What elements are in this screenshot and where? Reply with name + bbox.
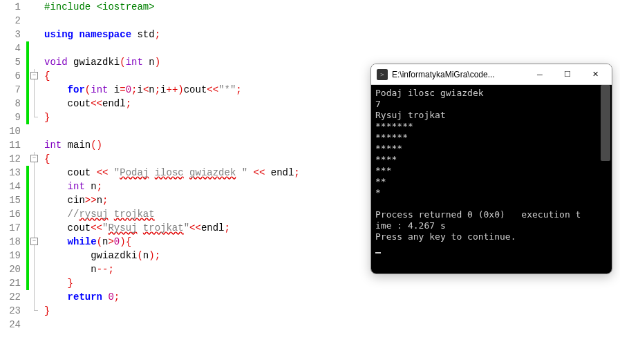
line-number: 1 (0, 0, 21, 14)
change-marker (26, 97, 29, 111)
console-titlebar[interactable]: ＞ E:\informatykaMiGra\code... ─ ☐ ✕ (371, 64, 612, 85)
maximize-button[interactable]: ☐ (554, 65, 581, 84)
line-number: 12 (0, 152, 21, 166)
line-number: 21 (0, 276, 21, 290)
fold-toggle[interactable] (30, 72, 38, 79)
change-marker (26, 41, 29, 55)
change-marker (26, 111, 29, 124)
line-number: 22 (0, 290, 21, 304)
margin-row (26, 290, 40, 304)
console-output[interactable]: Podaj ilosc gwiazdek 7 Rysuj trojkat ***… (371, 85, 612, 274)
margin-row (26, 97, 40, 111)
line-number: 23 (0, 304, 21, 318)
margin-row (26, 0, 40, 14)
margin-row (26, 14, 40, 28)
margin-row (26, 304, 40, 318)
console-scrollbar[interactable] (601, 85, 610, 161)
line-number: 19 (0, 249, 21, 262)
margin-row (26, 55, 40, 69)
line-number: 9 (0, 111, 21, 124)
margin-row (26, 193, 40, 207)
minimize-button[interactable]: ─ (526, 65, 554, 84)
change-marker (26, 69, 29, 83)
change-marker (26, 207, 29, 221)
line-number: 3 (0, 28, 21, 41)
change-marker (26, 166, 29, 180)
change-marker (26, 249, 29, 262)
line-number: 17 (0, 221, 21, 235)
line-number: 13 (0, 166, 21, 180)
fold-margin (26, 0, 40, 332)
code-line[interactable]: using namespace std; (44, 28, 620, 41)
line-number: 14 (0, 180, 21, 193)
code-line[interactable]: } (44, 276, 620, 290)
line-number: 5 (0, 55, 21, 69)
line-number-gutter: 123456789101112131415161718192021222324 (0, 0, 26, 332)
line-number: 15 (0, 193, 21, 207)
margin-row (26, 249, 40, 262)
margin-row (26, 152, 40, 166)
margin-row (26, 111, 40, 124)
margin-row (26, 221, 40, 235)
change-marker (26, 55, 29, 69)
close-button[interactable]: ✕ (581, 65, 609, 84)
margin-row (26, 124, 40, 138)
fold-toggle[interactable] (30, 238, 38, 245)
margin-row (26, 69, 40, 83)
margin-row (26, 318, 40, 332)
line-number: 24 (0, 318, 21, 332)
line-number: 2 (0, 14, 21, 28)
line-number: 8 (0, 97, 21, 111)
margin-row (26, 262, 40, 276)
margin-row (26, 138, 40, 152)
margin-row (26, 28, 40, 41)
code-line[interactable]: #include <iostream> (44, 0, 620, 14)
margin-row (26, 180, 40, 193)
code-line[interactable] (44, 41, 620, 55)
console-window[interactable]: ＞ E:\informatykaMiGra\code... ─ ☐ ✕ Poda… (370, 64, 612, 274)
line-number: 10 (0, 124, 21, 138)
margin-row (26, 41, 40, 55)
terminal-cursor (375, 252, 381, 253)
line-number: 16 (0, 207, 21, 221)
code-line[interactable] (44, 14, 620, 28)
console-icon: ＞ (377, 69, 388, 80)
line-number: 4 (0, 41, 21, 55)
change-marker (26, 221, 29, 235)
line-number: 20 (0, 262, 21, 276)
margin-row (26, 166, 40, 180)
line-number: 18 (0, 235, 21, 249)
code-line[interactable]: return 0; (44, 290, 620, 304)
fold-toggle[interactable] (30, 155, 38, 162)
line-number: 7 (0, 83, 21, 97)
line-number: 6 (0, 69, 21, 83)
change-marker (26, 262, 29, 276)
margin-row (26, 207, 40, 221)
change-marker (26, 180, 29, 193)
margin-row (26, 276, 40, 290)
change-marker (26, 83, 29, 97)
code-line[interactable]: } (44, 304, 620, 318)
change-marker (26, 193, 29, 207)
change-marker (26, 276, 29, 290)
console-title: E:\informatykaMiGra\code... (392, 70, 526, 79)
change-marker (26, 235, 29, 249)
code-line[interactable] (44, 318, 620, 332)
margin-row (26, 83, 40, 97)
line-number: 11 (0, 138, 21, 152)
margin-row (26, 235, 40, 249)
